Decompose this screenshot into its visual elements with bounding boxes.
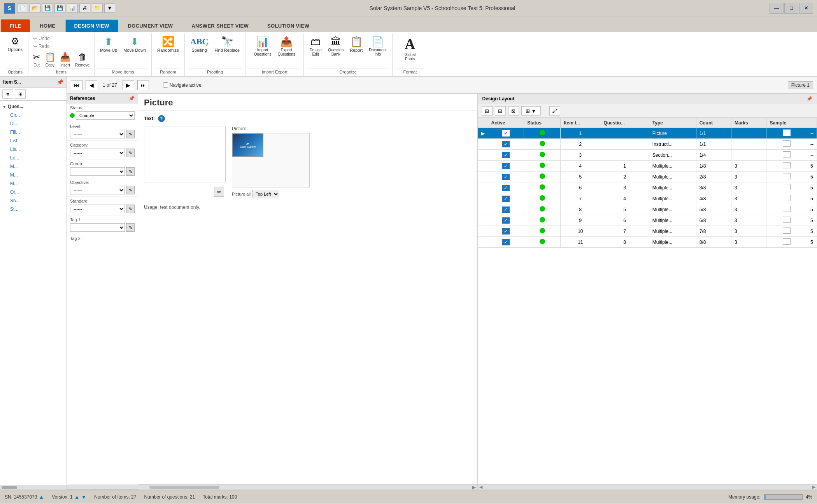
move-down-button[interactable]: ⬇ Move Down bbox=[121, 35, 148, 54]
version-down-arrow[interactable]: ▼ bbox=[81, 494, 87, 500]
text-input[interactable] bbox=[144, 126, 226, 182]
ref-level-select[interactable]: ------ bbox=[70, 130, 125, 138]
row-active[interactable]: ✓ bbox=[488, 128, 524, 139]
tab-solution-view[interactable]: SOLUTION VIEW bbox=[258, 19, 318, 32]
align-select[interactable]: Top Left bbox=[252, 190, 279, 198]
undo-button[interactable]: ↩ Undo bbox=[32, 35, 51, 42]
table-row[interactable]: ▶✓1Picture1/1-- bbox=[478, 128, 817, 139]
tab-home[interactable]: HOME bbox=[31, 19, 64, 32]
ref-pin-icon[interactable]: 📌 bbox=[129, 96, 135, 101]
layout-tool-3[interactable]: ⊠ bbox=[508, 106, 519, 116]
ref-group-edit-btn[interactable]: ✎ bbox=[126, 167, 135, 176]
export-questions-button[interactable]: 📤 ExportQuestions bbox=[275, 35, 298, 58]
nav-next-button[interactable]: ▶ bbox=[123, 80, 134, 90]
table-row[interactable]: ✓41Multiple...1/835 bbox=[478, 161, 817, 172]
table-row[interactable]: ✓74Multiple...4/835 bbox=[478, 193, 817, 204]
help-icon[interactable]: ? bbox=[158, 115, 165, 122]
find-replace-button[interactable]: 🔭 Find Replace bbox=[212, 35, 242, 54]
folder-btn[interactable]: 📁 bbox=[92, 4, 103, 13]
row-sample[interactable] bbox=[766, 204, 807, 215]
view-list-btn[interactable]: ≡ bbox=[2, 89, 13, 99]
row-active[interactable]: ✓ bbox=[488, 161, 524, 172]
row-sample[interactable] bbox=[766, 150, 807, 161]
cut-button[interactable]: ✂ Cut bbox=[32, 51, 42, 68]
sidebar-item-lis[interactable]: Lis... bbox=[0, 145, 67, 154]
ref-status-select[interactable]: Comple bbox=[76, 111, 135, 120]
row-sample[interactable] bbox=[766, 128, 807, 139]
spelling-button[interactable]: ABC ✓ Spelling bbox=[188, 35, 210, 54]
row-active[interactable]: ✓ bbox=[488, 139, 524, 150]
tab-document-view[interactable]: DOCUMENT VIEW bbox=[119, 19, 182, 32]
ref-tag1-select[interactable]: ------ bbox=[70, 223, 125, 232]
row-active[interactable]: ✓ bbox=[488, 215, 524, 226]
layout-tool-5[interactable]: 🖊 bbox=[549, 106, 560, 116]
th-sample[interactable]: Sample bbox=[766, 118, 807, 128]
row-active[interactable]: ✓ bbox=[488, 226, 524, 237]
remove-button[interactable]: 🗑 Remove bbox=[74, 51, 91, 68]
layout-pin-icon[interactable]: 📌 bbox=[806, 96, 812, 102]
sidebar-item-or[interactable]: Or... bbox=[0, 188, 67, 196]
row-active[interactable]: ✓ bbox=[488, 193, 524, 204]
randomize-button[interactable]: 🔀 Randomize bbox=[155, 35, 181, 54]
global-fonts-button[interactable]: A GlobalFonts bbox=[401, 35, 419, 63]
insert-button[interactable]: 📥 Insert bbox=[58, 51, 72, 68]
row-active[interactable]: ✓ bbox=[488, 204, 524, 215]
row-sample[interactable] bbox=[766, 226, 807, 237]
maximize-button[interactable]: □ bbox=[784, 3, 798, 14]
nav-prev-button[interactable]: ◀ bbox=[86, 80, 97, 90]
sidebar-item-sh[interactable]: Sh... bbox=[0, 196, 67, 205]
row-sample[interactable] bbox=[766, 182, 807, 193]
ref-category-edit-btn[interactable]: ✎ bbox=[126, 149, 135, 157]
ref-group-select[interactable]: ------ bbox=[70, 167, 125, 176]
table-row[interactable]: ✓96Multiple...6/835 bbox=[478, 215, 817, 226]
pin-icon[interactable]: 📌 bbox=[57, 79, 63, 85]
ref-tag1-edit-btn[interactable]: ✎ bbox=[126, 223, 135, 232]
row-sample[interactable] bbox=[766, 237, 807, 248]
row-sample[interactable] bbox=[766, 172, 807, 182]
sidebar-item-st[interactable]: St... bbox=[0, 205, 67, 214]
table-row[interactable]: ✓63Multiple...3/835 bbox=[478, 182, 817, 193]
version-up-arrow[interactable]: ▲ bbox=[74, 494, 80, 500]
row-active[interactable]: ✓ bbox=[488, 237, 524, 248]
sidebar-scrollbar[interactable] bbox=[0, 485, 67, 490]
row-sample[interactable] bbox=[766, 215, 807, 226]
nav-last-button[interactable]: ⏭ bbox=[137, 80, 149, 90]
save-btn[interactable]: 💾 bbox=[42, 4, 53, 13]
copy-button[interactable]: 📋 Copy bbox=[43, 51, 57, 68]
table-row[interactable]: ✓107Multiple...7/835 bbox=[478, 226, 817, 237]
th-active[interactable]: Active bbox=[488, 118, 524, 128]
report-button[interactable]: 📋 Report bbox=[347, 35, 365, 54]
ref-scrollbar[interactable] bbox=[67, 485, 138, 489]
ref-objective-select[interactable]: ------ bbox=[70, 186, 125, 194]
row-sample[interactable] bbox=[766, 193, 807, 204]
row-active[interactable]: ✓ bbox=[488, 182, 524, 193]
th-marks[interactable]: Marks bbox=[731, 118, 766, 128]
sidebar-item-m3[interactable]: M... bbox=[0, 179, 67, 188]
navigate-active-input[interactable] bbox=[163, 82, 168, 88]
tree-parent-ques[interactable]: ▼ Ques... bbox=[0, 102, 67, 111]
tab-answer-sheet[interactable]: ANSWER SHEET VIEW bbox=[182, 19, 258, 32]
th-item-i[interactable]: Item I... bbox=[561, 118, 600, 128]
sidebar-item-list[interactable]: List bbox=[0, 136, 67, 145]
table-row[interactable]: ✓2Instructi...1/1-- bbox=[478, 139, 817, 150]
move-up-button[interactable]: ⬆ Move Up bbox=[98, 35, 119, 54]
row-active[interactable]: ✓ bbox=[488, 150, 524, 161]
ref-level-edit-btn[interactable]: ✎ bbox=[126, 130, 135, 138]
nav-first-button[interactable]: ⏮ bbox=[71, 80, 82, 90]
row-sample[interactable] bbox=[766, 139, 807, 150]
redo-button[interactable]: ↪ Redo bbox=[32, 43, 51, 50]
sidebar-item-lo[interactable]: Lo... bbox=[0, 154, 67, 162]
import-questions-button[interactable]: 📊 ImportQuestions bbox=[252, 35, 274, 58]
th-question[interactable]: Questio... bbox=[600, 118, 649, 128]
tab-design-view[interactable]: DESIGN VIEW bbox=[65, 19, 118, 32]
table-row[interactable]: ✓3Section...1/4-- bbox=[478, 150, 817, 161]
question-bank-button[interactable]: 🏛 QuestionBank bbox=[326, 35, 346, 58]
sidebar-item-ch[interactable]: Ch... bbox=[0, 111, 67, 119]
layout-tool-2[interactable]: ⊟ bbox=[495, 106, 506, 116]
print-btn[interactable]: 🖨 bbox=[79, 4, 90, 13]
options-button[interactable]: ⚙ Options bbox=[5, 35, 25, 53]
ref-standard-edit-btn[interactable]: ✎ bbox=[126, 205, 135, 213]
layout-tool-4[interactable]: ⊞ ▼ bbox=[521, 106, 541, 116]
ref-category-select[interactable]: ------ bbox=[70, 149, 125, 157]
ref-objective-edit-btn[interactable]: ✎ bbox=[126, 186, 135, 194]
